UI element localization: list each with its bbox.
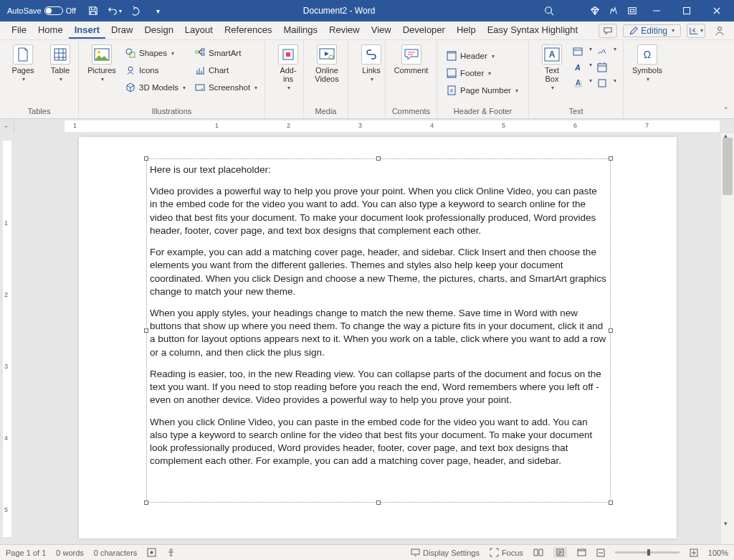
shapes-button[interactable]: Shapes▾ xyxy=(122,46,189,60)
screenshot-button[interactable]: Screenshot▾ xyxy=(191,80,260,95)
search-icon[interactable] xyxy=(540,2,558,19)
close-button[interactable] xyxy=(702,0,731,22)
undo-icon[interactable]: ▾ xyxy=(106,2,123,19)
coming-soon-icon[interactable] xyxy=(605,2,622,19)
resize-handle[interactable] xyxy=(144,156,148,161)
tab-review[interactable]: Review xyxy=(323,22,366,39)
svg-rect-3 xyxy=(684,8,690,14)
read-mode-icon[interactable] xyxy=(533,549,543,556)
dropcap-icon[interactable]: A xyxy=(572,77,583,89)
display-settings-button[interactable]: Display Settings xyxy=(411,549,480,557)
resize-handle[interactable] xyxy=(609,328,613,333)
editing-mode-button[interactable]: Editing ▾ xyxy=(623,24,681,37)
macro-recorder-icon[interactable] xyxy=(147,548,156,557)
minimize-button[interactable] xyxy=(642,0,671,22)
header-button[interactable]: Header▾ xyxy=(443,49,521,63)
link-icon xyxy=(361,44,381,65)
premium-icon[interactable] xyxy=(586,2,604,19)
char-count[interactable]: 0 characters xyxy=(94,549,138,557)
table-button[interactable]: Table▾ xyxy=(43,43,77,84)
page-number-button[interactable]: #Page Number▾ xyxy=(443,83,521,98)
text-box-button[interactable]: AText Box▾ xyxy=(535,43,569,92)
datetime-icon[interactable] xyxy=(596,62,608,73)
paragraph[interactable]: When you apply styles, your headings cha… xyxy=(150,307,607,359)
ribbon-display-icon[interactable] xyxy=(624,2,641,19)
pages-button[interactable]: Pages▾ xyxy=(6,43,40,84)
collapse-ribbon-button[interactable]: ˄ xyxy=(724,106,728,115)
svg-rect-31 xyxy=(599,80,606,87)
svg-point-0 xyxy=(545,7,552,14)
tab-mailings[interactable]: Mailings xyxy=(277,22,323,39)
wordart-icon[interactable]: A xyxy=(572,62,583,73)
svg-rect-1 xyxy=(629,8,637,14)
text-box[interactable]: Here is our text placeholder: Video prov… xyxy=(146,158,611,503)
addins-button[interactable]: Add- ins▾ xyxy=(271,43,305,92)
tab-references[interactable]: References xyxy=(219,22,277,39)
tab-design[interactable]: Design xyxy=(138,22,178,39)
scrollbar-thumb[interactable] xyxy=(723,138,733,195)
footer-button[interactable]: Footer▾ xyxy=(443,66,521,80)
tab-layout[interactable]: Layout xyxy=(179,22,219,39)
tab-view[interactable]: View xyxy=(366,22,397,39)
zoom-level[interactable]: 100% xyxy=(708,549,728,557)
tab-home[interactable]: Home xyxy=(32,22,69,39)
paragraph[interactable]: When you click Online Video, you can pas… xyxy=(150,416,607,468)
zoom-in-button[interactable] xyxy=(690,549,698,557)
tab-file[interactable]: File xyxy=(6,22,32,39)
comments-pane-button[interactable] xyxy=(599,24,617,38)
page-count[interactable]: Page 1 of 1 xyxy=(6,549,46,557)
svg-rect-12 xyxy=(201,53,204,55)
qat-customize-icon[interactable]: ▾ xyxy=(149,2,166,19)
resize-handle[interactable] xyxy=(376,500,381,505)
tab-easy-syntax-highlight[interactable]: Easy Syntax Highlight xyxy=(482,22,583,39)
chart-button[interactable]: Chart xyxy=(191,63,260,77)
page[interactable]: Here is our text placeholder: Video prov… xyxy=(79,137,677,538)
word-count[interactable]: 0 words xyxy=(56,549,84,557)
redo-icon[interactable] xyxy=(128,2,145,19)
resize-handle[interactable] xyxy=(609,156,613,161)
paragraph[interactable]: Video provides a powerful way to help yo… xyxy=(150,185,607,237)
ribbon-tabs: FileHomeInsertDrawDesignLayoutReferences… xyxy=(0,22,734,40)
paragraph[interactable]: For example, you can add a matching cove… xyxy=(150,246,607,298)
resize-handle[interactable] xyxy=(144,500,148,505)
online-videos-button[interactable]: Online Videos xyxy=(310,43,344,85)
3d-models-button[interactable]: 3D Models▾ xyxy=(122,80,189,95)
page-icon xyxy=(13,44,33,65)
maximize-button[interactable] xyxy=(672,0,701,22)
vertical-scrollbar[interactable] xyxy=(721,133,734,544)
smartart-button[interactable]: SmartArt xyxy=(191,46,260,60)
autosave-toggle[interactable]: AutoSave Off xyxy=(3,6,80,15)
comment-button[interactable]: Comment xyxy=(391,43,431,76)
pictures-button[interactable]: Pictures▾ xyxy=(85,43,119,84)
document-title: Document2 - Word xyxy=(166,6,512,16)
tab-help[interactable]: Help xyxy=(451,22,482,39)
tab-developer[interactable]: Developer xyxy=(397,22,451,39)
svg-rect-8 xyxy=(130,52,135,57)
resize-handle[interactable] xyxy=(144,328,148,333)
web-layout-icon[interactable] xyxy=(577,549,586,556)
object-icon[interactable] xyxy=(596,77,608,89)
textbox-icon: A xyxy=(542,44,562,65)
paragraph[interactable]: Reading is easier, too, in the new Readi… xyxy=(150,368,607,407)
vertical-ruler[interactable]: 12345 xyxy=(0,133,14,544)
signature-icon[interactable] xyxy=(596,46,608,57)
tab-insert[interactable]: Insert xyxy=(69,22,105,39)
zoom-slider[interactable] xyxy=(615,551,680,554)
icons-button[interactable]: Icons xyxy=(122,63,189,77)
resize-handle[interactable] xyxy=(609,500,613,505)
svg-point-14 xyxy=(201,88,203,90)
links-button[interactable]: Links▾ xyxy=(354,43,389,84)
share-button[interactable]: ▾ xyxy=(687,24,705,38)
save-icon[interactable] xyxy=(85,2,102,19)
accessibility-icon[interactable] xyxy=(166,548,176,557)
print-layout-icon[interactable] xyxy=(553,547,567,558)
account-icon[interactable] xyxy=(711,22,728,39)
tab-draw[interactable]: Draw xyxy=(105,22,138,39)
resize-handle[interactable] xyxy=(376,156,381,161)
symbols-button[interactable]: ΩSymbols▾ xyxy=(629,43,665,84)
quick-parts-icon[interactable] xyxy=(572,46,583,57)
focus-button[interactable]: Focus xyxy=(490,548,523,557)
zoom-out-button[interactable] xyxy=(596,549,605,557)
paragraph[interactable]: Here is our text placeholder: xyxy=(150,163,607,176)
horizontal-ruler[interactable]: ⌐ 1 1234567 xyxy=(0,119,734,133)
